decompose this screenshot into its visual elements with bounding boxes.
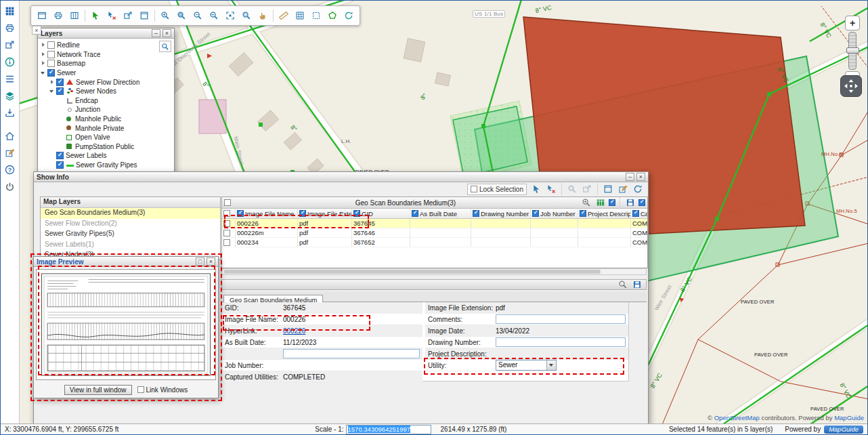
clear-selection-button[interactable] xyxy=(544,183,558,195)
layer-item[interactable]: Sewer xyxy=(38,68,174,78)
layer-item[interactable]: PumpStation Public xyxy=(38,142,174,152)
collapse-arrow-icon[interactable] xyxy=(41,70,47,76)
layers-close-button[interactable]: × xyxy=(162,29,171,37)
select-features-button[interactable] xyxy=(529,183,543,195)
grid-header-checkbox[interactable] xyxy=(223,210,230,217)
print-button[interactable] xyxy=(50,8,66,23)
save-record-button[interactable] xyxy=(631,280,643,290)
layer-checkbox[interactable] xyxy=(47,60,55,67)
preview-image[interactable] xyxy=(41,272,211,377)
column-checkbox[interactable] xyxy=(353,210,360,217)
pan-control[interactable] xyxy=(840,75,862,97)
scale-input[interactable]: 1570.3430964251997 xyxy=(346,425,431,434)
clear-selection-button[interactable] xyxy=(104,8,120,23)
zoom-extents-button[interactable] xyxy=(222,8,238,23)
table-row[interactable]: 000226pdf367645COMPLETED xyxy=(222,219,647,228)
show-info-close-button[interactable]: × xyxy=(636,173,645,181)
layers-search-button[interactable] xyxy=(159,41,171,52)
utility-select[interactable]: Sewer xyxy=(496,360,557,371)
pan-button[interactable] xyxy=(255,8,271,23)
copy-map-button[interactable] xyxy=(120,8,136,23)
show-info-titlebar[interactable]: Show Info – × xyxy=(34,172,648,182)
table-row[interactable]: 000234pdf367652COMPLETED xyxy=(222,238,647,247)
zoom-selection-button[interactable] xyxy=(238,8,255,23)
lock-selection[interactable]: Lock Selection xyxy=(467,184,527,195)
grid-select-button[interactable] xyxy=(292,8,308,23)
import-button[interactable] xyxy=(2,106,18,120)
column-header[interactable]: Drawing Number xyxy=(471,209,531,218)
column-header[interactable]: Project Descripti... xyxy=(578,209,631,218)
toggle-columns-checkbox[interactable] xyxy=(609,199,615,206)
column-checkbox[interactable] xyxy=(412,210,418,217)
view-full-window-button[interactable]: View in full window xyxy=(64,385,132,395)
refresh-button[interactable] xyxy=(341,8,357,23)
layer-checkbox[interactable] xyxy=(56,87,64,95)
edit-attributes-button[interactable] xyxy=(616,183,630,195)
table-row[interactable]: 000226mpdf367646COMPLETED xyxy=(222,228,647,238)
comments-input[interactable] xyxy=(496,314,626,324)
layers-button[interactable] xyxy=(2,89,18,103)
layer-item[interactable]: Network Trace xyxy=(38,50,174,60)
layer-item[interactable]: Sewer Gravity Pipes xyxy=(38,161,174,170)
layer-item[interactable]: Sewer Flow Direction xyxy=(38,77,174,87)
save-table-button[interactable] xyxy=(624,198,636,208)
zoom-in-button[interactable] xyxy=(157,8,173,23)
hyperlink-link[interactable]: 000226 xyxy=(283,327,305,335)
layers-titlebar[interactable]: Layers – × xyxy=(38,28,174,39)
show-info-minimize-button[interactable]: – xyxy=(626,173,634,181)
column-header[interactable]: Captured xyxy=(631,209,648,218)
zoom-out-button[interactable] xyxy=(190,8,206,23)
row-checkbox[interactable] xyxy=(223,220,230,227)
zoom-slider-handle[interactable] xyxy=(846,47,859,54)
horizontal-scrollbar[interactable] xyxy=(221,268,647,275)
zoom-to-record-button[interactable] xyxy=(580,198,592,208)
grid-select-all-checkbox[interactable] xyxy=(224,199,231,206)
map-layer-item[interactable]: Sewer Gravity Pipes(5) xyxy=(41,229,220,240)
layer-item[interactable]: Manhole Private xyxy=(38,123,174,133)
zoom-to-selection-button[interactable] xyxy=(565,183,579,195)
search-record-button[interactable] xyxy=(617,280,629,290)
expand-arrow-icon[interactable] xyxy=(41,42,47,48)
image-preview-titlebar[interactable]: Image Preview □ × xyxy=(34,257,218,267)
column-checkbox[interactable] xyxy=(532,210,539,217)
link-windows-checkbox[interactable] xyxy=(137,386,144,393)
column-checkbox[interactable] xyxy=(632,210,639,217)
lock-selection-checkbox[interactable] xyxy=(471,186,477,192)
layer-item[interactable]: Basemap xyxy=(38,59,174,68)
zoom-rectangle-button[interactable] xyxy=(173,8,190,23)
layer-item[interactable]: Sewer Labels xyxy=(38,151,174,161)
toggle-select-column-checkbox[interactable] xyxy=(638,199,645,206)
column-checkbox[interactable] xyxy=(237,210,244,217)
image-preview-close-button[interactable]: × xyxy=(207,257,215,266)
column-header[interactable]: GID xyxy=(352,209,410,218)
select-within-button[interactable] xyxy=(308,8,324,23)
scrollbar-thumb[interactable] xyxy=(224,270,601,274)
markup-button[interactable] xyxy=(2,146,18,160)
map-layer-item[interactable]: Sewer Flow Direction(2) xyxy=(41,219,220,230)
osm-link[interactable]: OpenStreetMap xyxy=(714,414,760,421)
zoom-slider[interactable] xyxy=(848,32,856,70)
image-preview-restore-button[interactable]: □ xyxy=(196,257,204,266)
info-button[interactable] xyxy=(2,55,18,69)
map-layer-item[interactable]: Sewer Labels(1) xyxy=(41,240,220,251)
layer-checkbox[interactable] xyxy=(47,41,55,49)
layer-item[interactable]: Junction xyxy=(38,105,174,115)
column-checkbox[interactable] xyxy=(580,210,586,217)
mapguide-link[interactable]: MapGuide xyxy=(834,414,864,421)
drawing-number-input[interactable] xyxy=(496,337,626,347)
layer-checkbox[interactable] xyxy=(56,152,64,159)
as-built-date-edit-input[interactable] xyxy=(283,349,420,358)
layer-item[interactable]: Redline xyxy=(38,41,174,50)
layer-checkbox[interactable] xyxy=(47,51,55,58)
logout-button[interactable] xyxy=(2,180,18,194)
row-checkbox[interactable] xyxy=(223,239,230,246)
collapse-arrow-icon[interactable] xyxy=(49,88,56,94)
column-header[interactable]: Job Number xyxy=(531,209,578,218)
column-header[interactable]: Image File Extens... xyxy=(298,209,352,218)
expand-arrow-icon[interactable] xyxy=(49,79,56,85)
layer-item[interactable]: Manhole Public xyxy=(38,115,174,124)
layer-item[interactable]: Sewer Nodes xyxy=(38,87,174,96)
zoom-previous-button[interactable] xyxy=(206,8,222,23)
toolbar-close-button[interactable]: × xyxy=(32,26,41,35)
zoom-in-button[interactable]: + xyxy=(845,16,860,30)
